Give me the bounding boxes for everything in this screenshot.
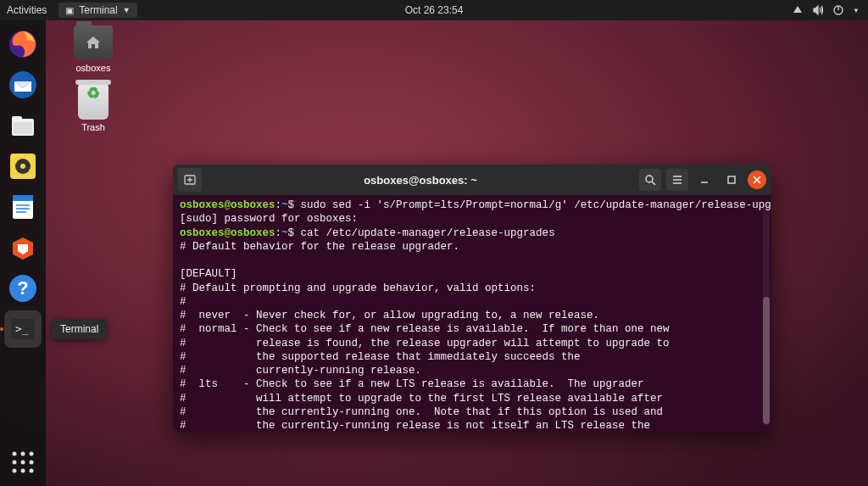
folder-icon xyxy=(74,25,113,59)
power-icon[interactable] xyxy=(832,4,844,16)
desktop-icon-label: Trash xyxy=(64,122,123,132)
prompt-path: ~ xyxy=(281,227,288,239)
svg-rect-37 xyxy=(728,176,735,183)
dock: ? >_ Terminal xyxy=(0,20,46,486)
term-line: # lts - Check to see if a new LTS releas… xyxy=(180,378,644,390)
svg-point-21 xyxy=(30,452,34,456)
dock-rhythmbox[interactable] xyxy=(4,148,42,185)
dock-firefox[interactable] xyxy=(4,25,42,63)
term-line: [sudo] password for osboxes: xyxy=(180,213,358,225)
search-button[interactable] xyxy=(639,169,661,191)
top-bar: Activities ▣ Terminal ▼ Oct 26 23:54 ▼ xyxy=(0,0,868,20)
term-line: # the currently-running release is not i… xyxy=(180,420,650,432)
term-line: # Default prompting and upgrade behavior… xyxy=(180,282,536,294)
term-line: sudo sed -i 's/Prompt=lts/Prompt=normal/… xyxy=(301,199,771,211)
svg-point-23 xyxy=(21,461,25,465)
svg-rect-5 xyxy=(12,116,22,121)
maximize-button[interactable] xyxy=(721,169,743,191)
svg-point-31 xyxy=(646,176,653,182)
terminal-window: osboxes@osboxes: ~ osboxes@osboxes:~$ su… xyxy=(173,165,771,433)
svg-point-25 xyxy=(13,469,17,473)
dock-help[interactable]: ? xyxy=(4,270,42,307)
hamburger-menu-button[interactable] xyxy=(666,169,688,191)
dock-terminal[interactable]: >_ Terminal xyxy=(4,310,42,348)
svg-point-27 xyxy=(30,469,34,473)
term-line: cat /etc/update-manager/release-upgrades xyxy=(301,227,555,239)
network-icon[interactable] xyxy=(792,4,804,16)
term-line: # the supported release that immediately… xyxy=(180,351,581,363)
svg-point-9 xyxy=(20,164,25,169)
activities-button[interactable]: Activities xyxy=(7,4,47,16)
chevron-down-icon: ▼ xyxy=(123,6,131,14)
term-line: # the currently-running one. Note that i… xyxy=(180,406,663,418)
scrollbar-thumb[interactable] xyxy=(763,297,770,424)
dock-software[interactable] xyxy=(4,229,42,266)
trash-icon: ♻ xyxy=(74,85,113,119)
terminal-body[interactable]: osboxes@osboxes:~$ sudo sed -i 's/Prompt… xyxy=(173,195,771,433)
app-menu-label: Terminal xyxy=(79,4,117,16)
desktop-trash[interactable]: ♻ Trash xyxy=(64,85,123,132)
desktop-icon-label: osboxes xyxy=(64,63,123,73)
svg-point-19 xyxy=(13,452,17,456)
svg-line-32 xyxy=(652,182,655,185)
term-line: # release is found, the release upgrader… xyxy=(180,338,670,349)
svg-rect-6 xyxy=(14,122,32,134)
app-menu[interactable]: ▣ Terminal ▼ xyxy=(58,3,136,18)
clock[interactable]: Oct 26 23:54 xyxy=(405,4,464,16)
prompt-user: osboxes@osboxes xyxy=(180,199,275,211)
prompt-user: osboxes@osboxes xyxy=(180,227,275,239)
term-line: # Default behavior for the release upgra… xyxy=(180,241,459,253)
dock-libreoffice-writer[interactable] xyxy=(4,188,42,226)
system-menu-chevron-icon[interactable]: ▼ xyxy=(853,7,860,14)
svg-point-24 xyxy=(30,461,34,465)
close-button[interactable] xyxy=(748,170,766,189)
dock-apps-grid[interactable] xyxy=(4,444,42,481)
terminal-titlebar[interactable]: osboxes@osboxes: ~ xyxy=(173,165,771,195)
term-line: # currently-running release. xyxy=(180,365,421,377)
new-tab-button[interactable] xyxy=(178,168,202,192)
term-line: [DEFAULT] xyxy=(180,268,237,280)
svg-text:>_: >_ xyxy=(15,322,29,335)
svg-rect-11 xyxy=(13,195,33,201)
svg-text:?: ? xyxy=(17,277,28,299)
term-line: # normal - Check to see if a new release… xyxy=(180,323,670,335)
dock-thunderbird[interactable] xyxy=(4,66,42,103)
terminal-title: osboxes@osboxes: ~ xyxy=(207,174,634,187)
svg-point-22 xyxy=(13,461,17,465)
desktop-home-folder[interactable]: osboxes xyxy=(64,25,123,73)
volume-icon[interactable] xyxy=(812,4,824,16)
dock-files[interactable] xyxy=(4,107,42,144)
terminal-icon: ▣ xyxy=(65,5,74,16)
svg-point-26 xyxy=(21,469,25,473)
term-line: # will attempt to upgrade to the first L… xyxy=(180,393,663,405)
minimize-button[interactable] xyxy=(693,169,715,191)
term-line: # never - Never check for, or allow upgr… xyxy=(180,310,599,321)
prompt-path: ~ xyxy=(281,199,288,211)
dock-tooltip: Terminal xyxy=(52,319,107,339)
term-line: # xyxy=(180,296,186,308)
svg-point-20 xyxy=(21,452,25,456)
